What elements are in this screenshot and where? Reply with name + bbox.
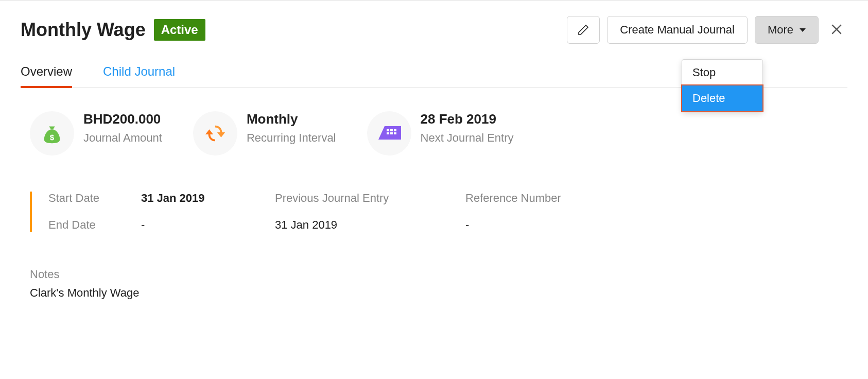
amount-value: BHD200.000 bbox=[83, 111, 162, 127]
interval-value: Monthly bbox=[247, 111, 336, 127]
detail-reference-number-value: - bbox=[465, 218, 656, 232]
svg-rect-7 bbox=[390, 132, 393, 134]
end-date-label: End Date bbox=[48, 218, 120, 232]
actions-group: Create Manual Journal More bbox=[567, 16, 847, 44]
detail-reference-number-label: Reference Number bbox=[465, 192, 656, 205]
more-button[interactable]: More bbox=[755, 16, 819, 44]
tab-child-journal[interactable]: Child Journal bbox=[103, 64, 175, 88]
detail-end-date: End Date - bbox=[48, 218, 275, 232]
interval-label: Recurring Interval bbox=[247, 131, 336, 145]
status-badge: Active bbox=[154, 19, 205, 41]
pencil-icon bbox=[577, 24, 589, 36]
close-button[interactable] bbox=[826, 21, 847, 39]
title-group: Monthly Wage Active bbox=[21, 19, 205, 41]
create-manual-journal-button[interactable]: Create Manual Journal bbox=[607, 16, 748, 44]
svg-rect-8 bbox=[394, 132, 396, 134]
svg-rect-5 bbox=[394, 129, 396, 131]
edit-button[interactable] bbox=[567, 16, 600, 44]
svg-text:$: $ bbox=[50, 133, 55, 142]
svg-rect-3 bbox=[387, 129, 389, 131]
more-dropdown: Stop Delete bbox=[682, 59, 763, 112]
start-date-label: Start Date bbox=[48, 192, 120, 205]
next-entry-value: 28 Feb 2019 bbox=[421, 111, 514, 127]
summary-row: $ BHD200.000 Journal Amount Monthly Recu… bbox=[21, 111, 847, 156]
svg-rect-6 bbox=[387, 132, 389, 134]
calendar-icon bbox=[367, 111, 411, 156]
detail-previous-entry-value: 31 Jan 2019 bbox=[275, 218, 465, 232]
details-block: Start Date 31 Jan 2019 Previous Journal … bbox=[30, 192, 847, 232]
detail-start-date: Start Date 31 Jan 2019 bbox=[48, 192, 275, 205]
header-row: Monthly Wage Active Create Manual Journa… bbox=[21, 16, 847, 44]
svg-rect-4 bbox=[390, 129, 393, 131]
end-date-value: - bbox=[141, 218, 145, 232]
start-date-value: 31 Jan 2019 bbox=[141, 192, 205, 205]
summary-item-amount: $ BHD200.000 Journal Amount bbox=[30, 111, 162, 156]
dropdown-item-delete[interactable]: Delete bbox=[681, 84, 763, 112]
close-icon bbox=[830, 23, 843, 36]
notes-section: Notes Clark's Monthly Wage bbox=[21, 268, 847, 300]
amount-label: Journal Amount bbox=[83, 131, 162, 145]
tab-overview[interactable]: Overview bbox=[21, 64, 72, 88]
summary-item-next-entry: 28 Feb 2019 Next Journal Entry bbox=[367, 111, 514, 156]
summary-item-interval: Monthly Recurring Interval bbox=[193, 111, 336, 156]
money-bag-icon: $ bbox=[30, 111, 74, 156]
create-manual-journal-label: Create Manual Journal bbox=[620, 23, 735, 37]
notes-label: Notes bbox=[30, 268, 847, 281]
recurring-icon bbox=[193, 111, 237, 156]
caret-down-icon bbox=[800, 28, 806, 32]
next-entry-label: Next Journal Entry bbox=[421, 131, 514, 145]
notes-value: Clark's Monthly Wage bbox=[30, 286, 847, 300]
detail-previous-entry-label: Previous Journal Entry bbox=[275, 192, 465, 205]
dropdown-item-stop[interactable]: Stop bbox=[682, 60, 762, 85]
page-title: Monthly Wage bbox=[21, 19, 146, 41]
more-label: More bbox=[768, 23, 793, 37]
